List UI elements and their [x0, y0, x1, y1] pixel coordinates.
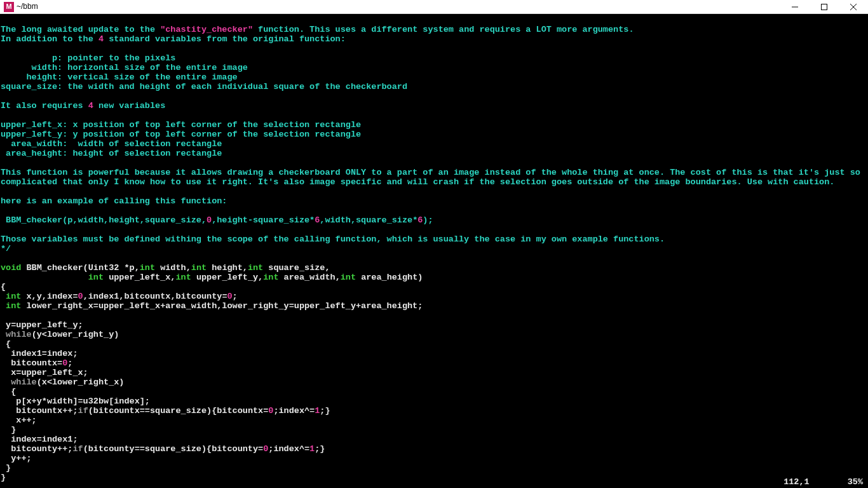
code-text: bitcountx= — [1, 358, 62, 368]
status-bar: 112,1 35% — [780, 477, 867, 487]
comment-text: ); — [423, 215, 433, 225]
window-title: ~/bbm — [17, 2, 38, 11]
code-text: ;} — [315, 444, 325, 454]
keyword: int — [191, 263, 207, 273]
code-text: (bitcountx==square_size){bitcountx= — [88, 406, 269, 416]
code-text: y=upper_left_y; — [1, 320, 83, 330]
comment-text: In addition to the — [1, 34, 98, 44]
code-text: p[x+y*width]=u32bw[index]; — [1, 396, 150, 406]
code-text: index1=index; — [1, 349, 78, 358]
code-text: } — [1, 463, 11, 473]
comment-text: It also requires — [1, 101, 88, 111]
comment-text: new variables — [93, 101, 165, 111]
comment-text: upper_left_x: x position of top left cor… — [1, 120, 361, 130]
code-text — [1, 377, 11, 387]
number: 1 — [309, 444, 315, 454]
number: 0 — [78, 292, 83, 301]
code-text: ; — [233, 292, 238, 301]
comment-text: The long awaited update to the — [1, 25, 160, 34]
keyword: if — [78, 406, 88, 416]
comment-text: square_size: the width and height of eac… — [1, 82, 407, 92]
code-text: x,y,index= — [21, 292, 78, 301]
comment-text: Those variables must be defined withing … — [1, 234, 665, 244]
comment-text: height: vertical size of the entire imag… — [1, 72, 238, 82]
code-text: height, — [207, 263, 248, 273]
editor-content[interactable]: The long awaited update to the "chastity… — [0, 14, 868, 482]
keyword: int — [6, 292, 21, 301]
code-text: (bitcounty==square_size){bitcounty= — [83, 444, 264, 454]
keyword: while — [11, 377, 37, 387]
app-icon: M — [4, 2, 14, 12]
code-text: ; — [67, 358, 72, 368]
comment-text: here is an example of calling this funct… — [1, 196, 227, 206]
keyword: while — [6, 330, 32, 339]
code-text: BBM_checker(Uint32 *p, — [21, 263, 139, 273]
code-text: area_width, — [279, 273, 341, 282]
keyword: if — [72, 444, 83, 454]
code-text: square_size, — [263, 263, 330, 273]
code-text — [1, 301, 6, 311]
comment-text: ,width,square_size* — [320, 215, 417, 225]
code-text: (x<lower_right_x) — [37, 377, 125, 387]
code-text: ,index1,bitcountx,bitcounty= — [83, 292, 227, 301]
code-text: (y<lower_right_y) — [32, 330, 119, 339]
scroll-percent: 35% — [848, 477, 863, 487]
code-text: area_height) — [356, 273, 423, 282]
comment-text: BBM_checker(p,width,height,square_size, — [1, 215, 207, 225]
keyword: int — [175, 273, 191, 282]
number: 0 — [227, 292, 233, 301]
code-text: } — [1, 473, 6, 482]
code-text: bitcounty++; — [1, 444, 72, 454]
code-text: x++; — [1, 416, 37, 425]
comment-text: p: pointer to the pixels — [1, 53, 175, 63]
code-text: } — [1, 425, 16, 435]
comment-text: standard variables from the original fun… — [104, 34, 346, 44]
code-text: width, — [155, 263, 191, 273]
comment-text: upper_left_y: y position of top left cor… — [1, 130, 361, 139]
comment-text: This function is powerful because it all… — [1, 168, 860, 177]
code-text — [1, 330, 6, 339]
comment-text: area_height: height of selection rectang… — [1, 149, 222, 158]
comment-text: width: horizontal size of the entire ima… — [1, 63, 248, 72]
code-text: index=index1; — [1, 435, 78, 444]
comment-number: 4 — [98, 34, 104, 44]
code-text: lower_right_x=upper_left_x+area_width,lo… — [21, 301, 423, 311]
comment-string: "chastity_checker" — [160, 25, 253, 34]
close-button[interactable] — [839, 0, 868, 14]
keyword: int — [341, 273, 356, 282]
keyword: int — [248, 263, 263, 273]
comment-number: 0 — [207, 215, 212, 225]
keyword: int — [263, 273, 278, 282]
code-text — [1, 273, 88, 282]
code-text: bitcountx++; — [1, 406, 78, 416]
cursor-position: 112,1 — [783, 477, 810, 487]
code-text: { — [1, 339, 11, 349]
comment-text: area_width: width of selection rectangle — [1, 139, 222, 149]
comment-text: complicated that only I know how to use … — [1, 177, 834, 187]
code-text: ;} — [320, 406, 330, 416]
code-text: x=upper_left_x; — [1, 368, 88, 377]
code-text — [1, 292, 6, 301]
keyword: int — [88, 273, 104, 282]
keyword: void — [1, 263, 21, 273]
code-text: upper_left_y, — [191, 273, 263, 282]
code-text: ;index^= — [273, 406, 315, 416]
comment-text: function. This uses a different system a… — [253, 25, 634, 34]
keyword: int — [140, 263, 155, 273]
keyword: int — [6, 301, 21, 311]
code-text: { — [1, 282, 6, 292]
titlebar: M ~/bbm — [0, 0, 868, 14]
code-text: { — [1, 387, 16, 396]
comment-text: ,height-square_size* — [212, 215, 315, 225]
maximize-button[interactable] — [810, 0, 839, 14]
minimize-button[interactable] — [780, 0, 810, 14]
svg-rect-1 — [822, 4, 827, 10]
code-text: upper_left_x, — [104, 273, 175, 282]
comment-number: 4 — [88, 101, 93, 111]
comment-end: */ — [1, 244, 11, 254]
code-text: ;index^= — [268, 444, 309, 454]
code-text: y++; — [1, 454, 32, 463]
